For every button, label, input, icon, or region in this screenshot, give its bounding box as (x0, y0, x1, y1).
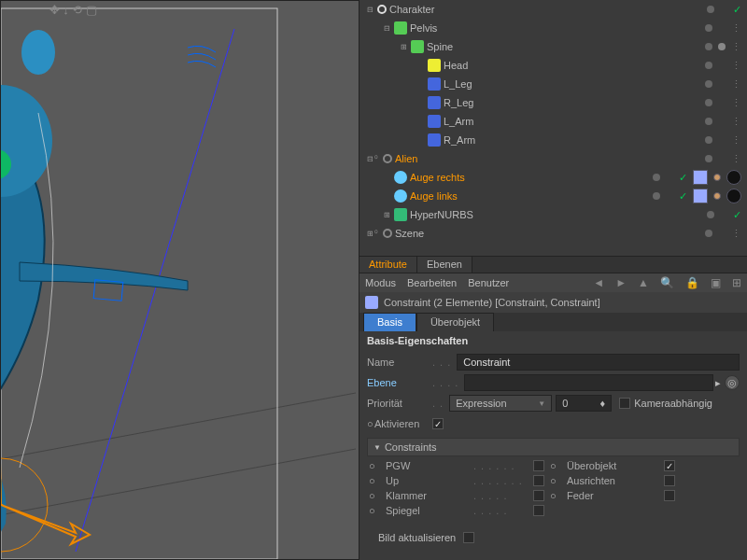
hierarchy-item-hypernurbs[interactable]: ⊞HyperNURBS✓ (359, 205, 747, 224)
group-constraints[interactable]: ▼Constraints (367, 438, 740, 456)
tab-ebenen[interactable]: Ebenen (417, 257, 472, 273)
tag-icon[interactable] (726, 170, 741, 185)
expander-icon[interactable]: ⊟ (365, 154, 374, 163)
tag-icon[interactable] (713, 174, 721, 181)
object-icon (428, 133, 441, 147)
expander-icon[interactable] (416, 135, 425, 145)
label-bild-aktualisieren: Bild aktualisieren (378, 532, 456, 543)
object-name[interactable]: Spine (427, 41, 453, 52)
checkbox-klammer[interactable] (533, 490, 544, 501)
visibility-check-icon[interactable]: ✓ (679, 190, 687, 203)
expander-icon[interactable] (416, 117, 425, 126)
object-title: Constraint (2 Elemente) [Constraint, Con… (384, 297, 600, 308)
hierarchy-item-head[interactable]: Head⋮ (359, 56, 747, 75)
hierarchy-item-l_arm[interactable]: L_Arm⋮ (359, 112, 747, 131)
add-icon[interactable]: ⊞ (732, 276, 741, 289)
expander-icon[interactable] (416, 98, 425, 107)
expander-icon[interactable]: ⊞ (399, 42, 408, 51)
object-name[interactable]: Charakter (389, 4, 434, 15)
input-prioritaet-num[interactable]: 0♦ (556, 395, 612, 412)
expander-icon[interactable] (416, 61, 425, 70)
subtab-ueberobjekt[interactable]: Überobjekt (416, 313, 494, 331)
svg-point-4 (1, 85, 52, 197)
expander-icon[interactable]: ⊟ (365, 5, 374, 14)
object-icon (394, 171, 407, 184)
hierarchy-item-auge-links[interactable]: Auge links✓ (359, 187, 747, 205)
subtab-basis[interactable]: Basis (363, 313, 416, 331)
hierarchy-item-auge-rechts[interactable]: Auge rechts✓ (359, 168, 747, 187)
viewport-scene (1, 1, 359, 560)
menu-bearbeiten[interactable]: Bearbeiten (407, 277, 457, 288)
checkbox-ausrichten[interactable] (664, 475, 675, 486)
object-name[interactable]: HyperNURBS (410, 209, 473, 220)
visibility-check-icon[interactable]: ✓ (733, 209, 741, 221)
tag-icon[interactable] (693, 189, 708, 203)
hierarchy-item-charakter[interactable]: ⊟Charakter✓ (359, 0, 747, 19)
nav-back-icon[interactable]: ◄ (593, 276, 604, 289)
checkbox-spiegel[interactable] (533, 505, 544, 516)
object-name[interactable]: Pelvis (410, 22, 437, 34)
nav-fwd-icon[interactable]: ► (615, 276, 627, 289)
input-name[interactable] (457, 354, 740, 371)
checkbox-bild[interactable] (463, 532, 474, 543)
hierarchy-item-l_leg[interactable]: L_Leg⋮ (359, 75, 747, 93)
hierarchy-item-spine[interactable]: ⊞Spine⋮ (359, 37, 747, 56)
hierarchy-item-pelvis[interactable]: ⊟Pelvis⋮ (359, 19, 747, 37)
expander-icon[interactable]: ⊟ (382, 23, 391, 33)
hierarchy-item-r_leg[interactable]: R_Leg⋮ (359, 93, 747, 112)
viewport-nav-icons[interactable]: ✥ ↓ ⟲ ▢ (49, 3, 97, 17)
object-manager[interactable]: ⊟Charakter✓⊟Pelvis⋮⊞Spine⋮Head⋮L_Leg⋮R_L… (359, 0, 747, 257)
tag-icon[interactable] (726, 189, 741, 203)
tag-icon[interactable] (713, 192, 721, 200)
search-icon[interactable]: 🔍 (660, 276, 674, 289)
label-ebene[interactable]: Ebene (367, 377, 432, 388)
expander-icon[interactable] (382, 191, 391, 201)
section-basis-title: Basis-Eigenschaften (359, 331, 747, 350)
object-name[interactable]: L_Arm (444, 116, 473, 127)
menu-benutzer[interactable]: Benutzer (468, 277, 509, 288)
hierarchy-item-r_arm[interactable]: R_Arm⋮ (359, 131, 747, 149)
attribute-tabs: Attribute Ebenen (359, 257, 747, 273)
object-icon (377, 5, 387, 14)
expander-icon[interactable]: ⊞ (365, 229, 374, 238)
menu-modus[interactable]: Modus (365, 277, 396, 288)
tab-attribute[interactable]: Attribute (359, 257, 417, 273)
object-name[interactable]: R_Leg (444, 97, 473, 108)
layer-target-icon[interactable]: ◎ (725, 375, 740, 390)
checkbox-kamera[interactable] (619, 398, 630, 409)
checkbox-aktivieren[interactable] (432, 418, 444, 429)
layer-picker-icon[interactable]: ▸ (715, 377, 721, 389)
object-name[interactable]: Szene (395, 228, 424, 239)
checkbox-pgw[interactable] (533, 460, 544, 471)
object-icon (428, 77, 441, 91)
input-ebene[interactable] (464, 374, 713, 391)
select-prioritaet[interactable]: Expression▼ (449, 395, 552, 412)
checkbox-ueberobjekt[interactable] (664, 460, 675, 471)
object-icon (383, 229, 392, 238)
expander-icon[interactable] (416, 79, 425, 89)
hierarchy-item-alien[interactable]: ⊟⁰Alien⋮ (359, 149, 747, 168)
object-name[interactable]: L_Leg (444, 78, 472, 90)
svg-point-5 (21, 30, 55, 75)
hierarchy-item-szene[interactable]: ⊞⁰Szene⋮ (359, 224, 747, 243)
checkbox-feder[interactable] (664, 490, 675, 501)
object-name[interactable]: Auge links (410, 190, 458, 202)
object-name[interactable]: Alien (395, 153, 417, 164)
object-name[interactable]: Head (444, 60, 468, 71)
expander-icon[interactable]: ⊞ (382, 210, 391, 219)
object-name[interactable]: Auge rechts (410, 172, 465, 183)
tag-icon[interactable] (693, 170, 708, 185)
nav-up-icon[interactable]: ▲ (638, 276, 649, 289)
label-feder: Feder (567, 490, 660, 501)
label-pgw: PGW (386, 460, 470, 471)
basis-properties: Name . . . Ebene . . . . ▸ ◎ Priorität .… (359, 350, 747, 550)
checkbox-up[interactable] (533, 475, 544, 486)
svg-line-3 (76, 29, 234, 552)
visibility-check-icon[interactable]: ✓ (733, 4, 741, 16)
lock-icon[interactable]: 🔒 (685, 276, 699, 289)
expander-icon[interactable] (382, 173, 391, 182)
viewport-3d[interactable]: ✥ ↓ ⟲ ▢ (0, 0, 359, 560)
object-name[interactable]: R_Arm (444, 134, 475, 146)
new-icon[interactable]: ▣ (711, 276, 721, 289)
visibility-check-icon[interactable]: ✓ (679, 172, 687, 184)
